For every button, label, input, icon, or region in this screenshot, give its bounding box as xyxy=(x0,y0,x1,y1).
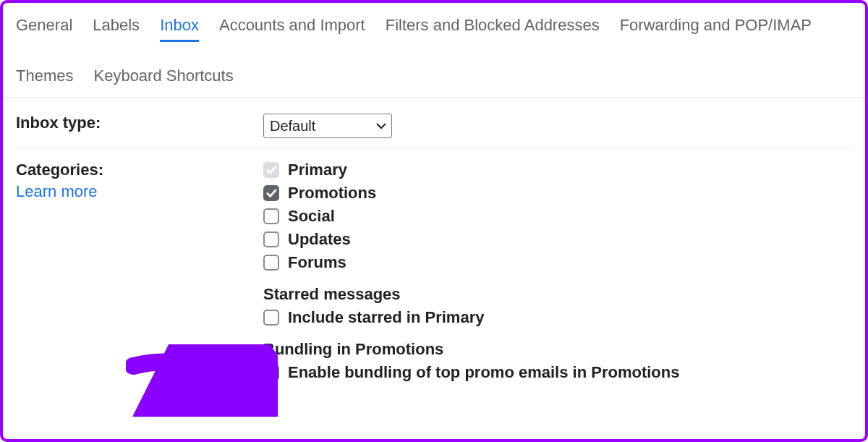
category-social-label: Social xyxy=(288,207,335,226)
tab-accounts[interactable]: Accounts and Import xyxy=(219,12,365,42)
bundling-enable-row: Enable bundling of top promo emails in P… xyxy=(263,363,852,382)
bundling-enable-label: Enable bundling of top promo emails in P… xyxy=(288,363,679,382)
checkbox-forums[interactable] xyxy=(263,255,279,271)
categories-label: Categories: xyxy=(16,161,263,179)
tab-shortcuts[interactable]: Keyboard Shortcuts xyxy=(93,62,233,93)
starred-include-row: Include starred in Primary xyxy=(263,308,852,327)
tab-filters[interactable]: Filters and Blocked Addresses xyxy=(386,12,600,42)
category-primary-label: Primary xyxy=(288,161,347,179)
settings-frame: General Labels Inbox Accounts and Import… xyxy=(0,0,868,442)
checkbox-primary xyxy=(263,162,279,178)
tab-forwarding[interactable]: Forwarding and POP/IMAP xyxy=(620,12,812,42)
category-forums-label: Forums xyxy=(288,253,346,272)
category-updates-label: Updates xyxy=(288,230,351,249)
settings-tabs: General Labels Inbox Accounts and Import… xyxy=(3,3,865,98)
learn-more-link[interactable]: Learn more xyxy=(16,182,98,201)
category-promotions-row: Promotions xyxy=(263,184,852,203)
check-icon xyxy=(266,165,277,176)
checkbox-social[interactable] xyxy=(263,208,279,224)
checkbox-include-starred[interactable] xyxy=(263,310,279,326)
tab-labels[interactable]: Labels xyxy=(93,12,140,42)
tab-themes[interactable]: Themes xyxy=(16,62,73,93)
tab-general[interactable]: General xyxy=(16,12,72,42)
check-icon xyxy=(266,188,277,199)
categories-row: Categories: Learn more Primary Promotion… xyxy=(16,155,852,392)
starred-include-label: Include starred in Primary xyxy=(288,308,484,327)
inbox-type-row: Inbox type: Default xyxy=(16,108,852,149)
bundling-heading: Bundling in Promotions xyxy=(263,340,852,359)
inbox-type-label: Inbox type: xyxy=(16,114,101,132)
category-social-row: Social xyxy=(263,207,852,226)
category-updates-row: Updates xyxy=(263,230,852,249)
settings-content: Inbox type: Default Categories: Learn mo… xyxy=(3,98,865,405)
category-primary-row: Primary xyxy=(263,161,852,179)
tab-inbox[interactable]: Inbox xyxy=(160,12,199,42)
starred-heading: Starred messages xyxy=(263,285,852,304)
check-icon xyxy=(266,367,277,378)
category-promotions-label: Promotions xyxy=(288,184,376,203)
checkbox-promotions[interactable] xyxy=(263,185,279,201)
inbox-type-select[interactable]: Default xyxy=(263,114,392,138)
checkbox-enable-bundling[interactable] xyxy=(263,365,279,381)
category-forums-row: Forums xyxy=(263,253,852,272)
checkbox-updates[interactable] xyxy=(263,231,279,247)
